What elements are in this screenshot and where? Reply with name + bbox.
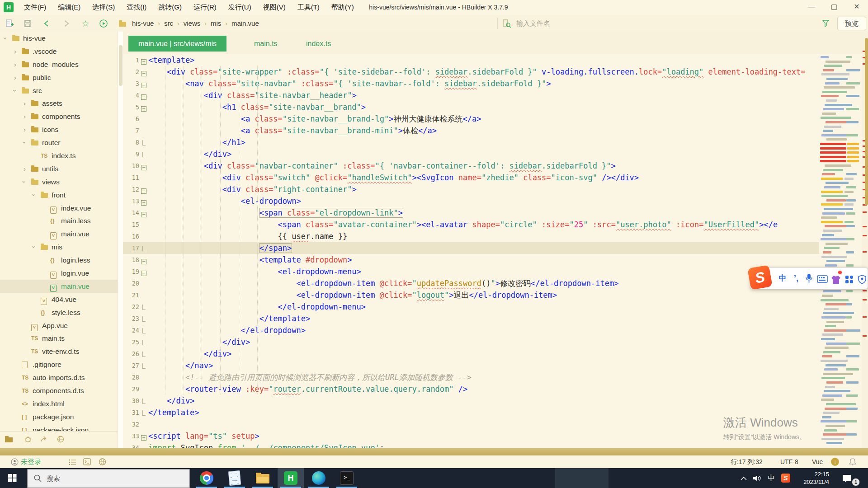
- tree-item-package.json[interactable]: [ ]package.json: [0, 410, 118, 423]
- globe-sync-icon[interactable]: [56, 435, 65, 443]
- file-search-input[interactable]: 输入文件名: [516, 15, 550, 32]
- editor-tab-2[interactable]: index.ts: [306, 36, 331, 52]
- tree-item-login.vue[interactable]: Vlogin.vue: [0, 267, 118, 280]
- code-line-28[interactable]: 28 <!-- 避免路由引用页面的时候浏览器不刷新内容，所以给URL添加随机数参…: [123, 371, 819, 383]
- tray-clock[interactable]: 22:15 2023/11/4: [794, 470, 829, 486]
- login-status[interactable]: 未登录: [21, 455, 41, 468]
- ime-keyboard-icon[interactable]: [816, 272, 829, 285]
- tree-item-index.vue[interactable]: Vindex.vue: [0, 202, 118, 215]
- filter-funnel-icon[interactable]: [820, 18, 832, 29]
- tree-item-404.vue[interactable]: V404.vue: [0, 293, 118, 306]
- vertical-scrollbar-thumb[interactable]: [865, 38, 868, 205]
- taskbar-search-box[interactable]: 搜索: [27, 469, 190, 488]
- notification-bell-icon[interactable]: [849, 458, 856, 466]
- tree-chevron-icon[interactable]: ›: [2, 37, 9, 39]
- code-line-23[interactable]: 23 </template>: [123, 313, 819, 324]
- export-arrow-icon[interactable]: [40, 435, 49, 443]
- preview-button[interactable]: 预览: [837, 17, 866, 30]
- breadcrumb-item-main.vue[interactable]: main.vue: [231, 19, 259, 27]
- tree-item-mis[interactable]: ›mis: [0, 240, 118, 253]
- code-line-27[interactable]: 27 </nav>: [123, 360, 819, 371]
- code-line-31[interactable]: 31</template>: [123, 407, 819, 418]
- code-line-8[interactable]: 8 </h1>: [123, 136, 819, 148]
- code-line-30[interactable]: 30 </div>: [123, 395, 819, 407]
- tree-item-main.vue[interactable]: Vmain.vue: [0, 227, 118, 240]
- ime-mic-icon[interactable]: [802, 272, 815, 285]
- tree-chevron-icon[interactable]: ›: [14, 48, 16, 55]
- tree-item-untils[interactable]: ›untils: [0, 162, 118, 175]
- files-panel-icon[interactable]: [5, 435, 14, 443]
- tree-item-index.ts[interactable]: TSindex.ts: [0, 149, 118, 162]
- tree-item-vite-env.d.ts[interactable]: TSvite-env.d.ts: [0, 345, 118, 358]
- menu-item-5[interactable]: 运行(R): [188, 3, 222, 12]
- taskbar-open-window[interactable]: [555, 468, 609, 488]
- close-button[interactable]: ✕: [845, 0, 868, 15]
- horizontal-scrollbar[interactable]: [0, 448, 868, 455]
- language-mode[interactable]: Vue: [812, 455, 823, 468]
- tray-ime-indicator[interactable]: 中: [768, 468, 775, 488]
- menu-item-3[interactable]: 查找(I): [121, 3, 152, 12]
- tree-item-src[interactable]: ›src: [0, 84, 118, 97]
- editor-tab-0[interactable]: main.vue | src/views/mis: [128, 36, 226, 52]
- taskbar-app-notepad[interactable]: [222, 468, 248, 488]
- cursor-position[interactable]: 行:17 列:32: [731, 455, 763, 468]
- taskbar-app-edge[interactable]: [306, 468, 332, 488]
- new-file-icon[interactable]: [4, 18, 15, 29]
- code-line-11[interactable]: 11 <div class="switch" @click="handleSwi…: [123, 172, 819, 183]
- code-line-33[interactable]: 33–<script lang="ts" setup>: [123, 430, 819, 442]
- taskbar-app-cmd[interactable]: >_: [334, 468, 360, 488]
- tree-item-index.html[interactable]: <>index.html: [0, 397, 118, 410]
- code-line-1[interactable]: 1–<template>: [123, 54, 819, 66]
- tree-item-main.ts[interactable]: TSmain.ts: [0, 332, 118, 345]
- tree-chevron-icon[interactable]: ›: [24, 126, 26, 133]
- code-line-9[interactable]: 9 </div>: [123, 148, 819, 160]
- tree-item-package-lock.json[interactable]: [ ]package-lock.json: [0, 423, 118, 431]
- tree-item-node_modules[interactable]: ›node_modules: [0, 58, 118, 71]
- start-button-icon[interactable]: [8, 474, 17, 482]
- update-download-icon[interactable]: ↓: [831, 458, 839, 466]
- ime-apps-grid-icon[interactable]: [843, 272, 856, 285]
- menu-item-4[interactable]: 跳转(G): [152, 3, 188, 12]
- tree-item-components.d.ts[interactable]: TScomponents.d.ts: [0, 384, 118, 397]
- menu-item-2[interactable]: 选择(S): [86, 3, 121, 12]
- breadcrumb-item-src[interactable]: src: [164, 19, 173, 27]
- code-line-19[interactable]: 19– <el-dropdown-menu>: [123, 266, 819, 277]
- tree-item-login.less[interactable]: {}login.less: [0, 253, 118, 267]
- menu-item-6[interactable]: 发行(U): [222, 3, 257, 12]
- code-line-2[interactable]: 2– <div class="site-wrapper" :class="{ '…: [123, 66, 819, 78]
- code-line-6[interactable]: 6 <a class="site-navbar__brand-lg">神州大健康…: [123, 113, 819, 125]
- user-account-icon[interactable]: [11, 458, 19, 466]
- minimize-button[interactable]: —: [800, 0, 823, 15]
- tree-chevron-icon[interactable]: ›: [31, 194, 38, 196]
- code-line-18[interactable]: 18– <template #dropdown>: [123, 254, 819, 266]
- tree-chevron-icon[interactable]: ›: [24, 165, 26, 172]
- debug-bug-icon[interactable]: [24, 435, 33, 443]
- tree-item-.gitignore[interactable]: .gitignore: [0, 358, 118, 371]
- code-line-29[interactable]: 29 <router-view :key="router.currentRout…: [123, 383, 819, 395]
- tree-item-views[interactable]: ›views: [0, 175, 118, 188]
- save-icon[interactable]: [22, 18, 33, 29]
- tree-item-router[interactable]: ›router: [0, 136, 118, 149]
- tree-chevron-icon[interactable]: ›: [24, 100, 26, 107]
- code-line-34[interactable]: 34import SvgIcon from '../../components/…: [123, 442, 819, 448]
- code-line-26[interactable]: 26 </div>: [123, 348, 819, 360]
- code-line-12[interactable]: 12– <div class="right-container">: [123, 183, 819, 195]
- menu-item-7[interactable]: 视图(V): [257, 3, 292, 12]
- minimap[interactable]: [819, 54, 862, 448]
- terminal-icon[interactable]: [83, 458, 91, 465]
- code-line-13[interactable]: 13– <el-dropdown>: [123, 195, 819, 207]
- run-icon[interactable]: [98, 18, 109, 29]
- code-line-10[interactable]: 10– <div class="navbar-container" :class…: [123, 160, 819, 172]
- code-line-3[interactable]: 3– <nav class="site-navbar" :class="{ 's…: [123, 78, 819, 89]
- back-icon[interactable]: [41, 18, 52, 29]
- code-line-32[interactable]: 32: [123, 418, 819, 430]
- code-line-24[interactable]: 24 </el-dropdown>: [123, 324, 819, 336]
- code-line-14[interactable]: 14– <span class="el-dropdown-link">: [123, 207, 819, 219]
- ime-settings-icon[interactable]: [856, 272, 868, 285]
- ime-punctuation-icon[interactable]: ’,: [790, 272, 802, 285]
- tree-item-main.less[interactable]: {}main.less: [0, 214, 118, 227]
- code-line-4[interactable]: 4– <div class="site-navbar__header">: [123, 89, 819, 101]
- tree-chevron-icon[interactable]: ›: [14, 61, 16, 68]
- taskbar-app-chrome[interactable]: [193, 468, 220, 488]
- maximize-button[interactable]: ▢: [823, 0, 845, 15]
